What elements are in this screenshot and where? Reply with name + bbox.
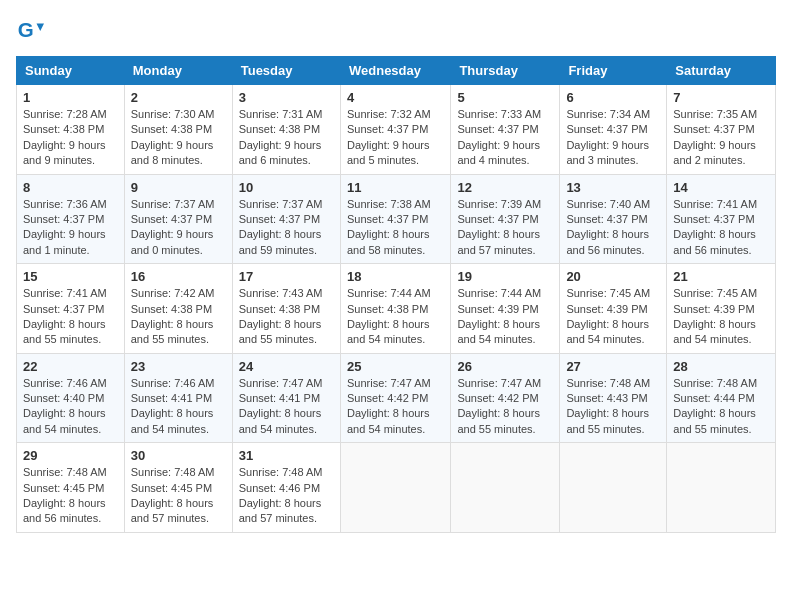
- day-detail: Sunrise: 7:40 AMSunset: 4:37 PMDaylight:…: [566, 197, 660, 259]
- day-detail: Sunrise: 7:33 AMSunset: 4:37 PMDaylight:…: [457, 107, 553, 169]
- calendar-cell: 23 Sunrise: 7:46 AMSunset: 4:41 PMDaylig…: [124, 353, 232, 443]
- day-detail: Sunrise: 7:43 AMSunset: 4:38 PMDaylight:…: [239, 286, 334, 348]
- day-number: 21: [673, 269, 769, 284]
- day-number: 12: [457, 180, 553, 195]
- calendar-cell: 8 Sunrise: 7:36 AMSunset: 4:37 PMDayligh…: [17, 174, 125, 264]
- day-number: 16: [131, 269, 226, 284]
- day-detail: Sunrise: 7:41 AMSunset: 4:37 PMDaylight:…: [23, 286, 118, 348]
- day-detail: Sunrise: 7:37 AMSunset: 4:37 PMDaylight:…: [131, 197, 226, 259]
- day-detail: Sunrise: 7:48 AMSunset: 4:46 PMDaylight:…: [239, 465, 334, 527]
- calendar-header: SundayMondayTuesdayWednesdayThursdayFrid…: [17, 57, 776, 85]
- day-number: 7: [673, 90, 769, 105]
- calendar-cell: 16 Sunrise: 7:42 AMSunset: 4:38 PMDaylig…: [124, 264, 232, 354]
- page-header: G: [16, 16, 776, 44]
- day-detail: Sunrise: 7:45 AMSunset: 4:39 PMDaylight:…: [673, 286, 769, 348]
- calendar-cell: 2 Sunrise: 7:30 AMSunset: 4:38 PMDayligh…: [124, 85, 232, 175]
- day-detail: Sunrise: 7:47 AMSunset: 4:41 PMDaylight:…: [239, 376, 334, 438]
- calendar-cell: 28 Sunrise: 7:48 AMSunset: 4:44 PMDaylig…: [667, 353, 776, 443]
- day-number: 1: [23, 90, 118, 105]
- svg-text:G: G: [18, 18, 34, 41]
- calendar-table: SundayMondayTuesdayWednesdayThursdayFrid…: [16, 56, 776, 533]
- calendar-cell: 9 Sunrise: 7:37 AMSunset: 4:37 PMDayligh…: [124, 174, 232, 264]
- calendar-cell: 31 Sunrise: 7:48 AMSunset: 4:46 PMDaylig…: [232, 443, 340, 533]
- calendar-cell: 27 Sunrise: 7:48 AMSunset: 4:43 PMDaylig…: [560, 353, 667, 443]
- column-header-friday: Friday: [560, 57, 667, 85]
- calendar-cell: 13 Sunrise: 7:40 AMSunset: 4:37 PMDaylig…: [560, 174, 667, 264]
- svg-marker-1: [37, 23, 44, 30]
- day-number: 9: [131, 180, 226, 195]
- calendar-week-1: 1 Sunrise: 7:28 AMSunset: 4:38 PMDayligh…: [17, 85, 776, 175]
- day-detail: Sunrise: 7:42 AMSunset: 4:38 PMDaylight:…: [131, 286, 226, 348]
- calendar-cell: 29 Sunrise: 7:48 AMSunset: 4:45 PMDaylig…: [17, 443, 125, 533]
- day-number: 24: [239, 359, 334, 374]
- calendar-cell: 19 Sunrise: 7:44 AMSunset: 4:39 PMDaylig…: [451, 264, 560, 354]
- day-detail: Sunrise: 7:44 AMSunset: 4:39 PMDaylight:…: [457, 286, 553, 348]
- calendar-cell: 24 Sunrise: 7:47 AMSunset: 4:41 PMDaylig…: [232, 353, 340, 443]
- day-number: 20: [566, 269, 660, 284]
- day-detail: Sunrise: 7:37 AMSunset: 4:37 PMDaylight:…: [239, 197, 334, 259]
- day-detail: Sunrise: 7:34 AMSunset: 4:37 PMDaylight:…: [566, 107, 660, 169]
- day-detail: Sunrise: 7:48 AMSunset: 4:44 PMDaylight:…: [673, 376, 769, 438]
- calendar-cell: 4 Sunrise: 7:32 AMSunset: 4:37 PMDayligh…: [340, 85, 450, 175]
- column-header-saturday: Saturday: [667, 57, 776, 85]
- calendar-cell: 11 Sunrise: 7:38 AMSunset: 4:37 PMDaylig…: [340, 174, 450, 264]
- calendar-cell: [667, 443, 776, 533]
- calendar-week-2: 8 Sunrise: 7:36 AMSunset: 4:37 PMDayligh…: [17, 174, 776, 264]
- day-number: 23: [131, 359, 226, 374]
- day-number: 27: [566, 359, 660, 374]
- column-header-monday: Monday: [124, 57, 232, 85]
- logo: G: [16, 16, 48, 44]
- day-detail: Sunrise: 7:41 AMSunset: 4:37 PMDaylight:…: [673, 197, 769, 259]
- day-number: 28: [673, 359, 769, 374]
- day-number: 2: [131, 90, 226, 105]
- day-detail: Sunrise: 7:46 AMSunset: 4:40 PMDaylight:…: [23, 376, 118, 438]
- day-detail: Sunrise: 7:30 AMSunset: 4:38 PMDaylight:…: [131, 107, 226, 169]
- day-detail: Sunrise: 7:35 AMSunset: 4:37 PMDaylight:…: [673, 107, 769, 169]
- day-number: 8: [23, 180, 118, 195]
- calendar-cell: 26 Sunrise: 7:47 AMSunset: 4:42 PMDaylig…: [451, 353, 560, 443]
- day-detail: Sunrise: 7:48 AMSunset: 4:45 PMDaylight:…: [131, 465, 226, 527]
- calendar-cell: 6 Sunrise: 7:34 AMSunset: 4:37 PMDayligh…: [560, 85, 667, 175]
- column-header-sunday: Sunday: [17, 57, 125, 85]
- day-detail: Sunrise: 7:48 AMSunset: 4:43 PMDaylight:…: [566, 376, 660, 438]
- calendar-cell: 15 Sunrise: 7:41 AMSunset: 4:37 PMDaylig…: [17, 264, 125, 354]
- calendar-cell: 17 Sunrise: 7:43 AMSunset: 4:38 PMDaylig…: [232, 264, 340, 354]
- day-number: 25: [347, 359, 444, 374]
- column-header-tuesday: Tuesday: [232, 57, 340, 85]
- calendar-cell: 10 Sunrise: 7:37 AMSunset: 4:37 PMDaylig…: [232, 174, 340, 264]
- calendar-cell: [451, 443, 560, 533]
- calendar-week-4: 22 Sunrise: 7:46 AMSunset: 4:40 PMDaylig…: [17, 353, 776, 443]
- calendar-week-3: 15 Sunrise: 7:41 AMSunset: 4:37 PMDaylig…: [17, 264, 776, 354]
- day-number: 22: [23, 359, 118, 374]
- day-number: 5: [457, 90, 553, 105]
- logo-icon: G: [16, 16, 44, 44]
- day-detail: Sunrise: 7:36 AMSunset: 4:37 PMDaylight:…: [23, 197, 118, 259]
- day-number: 19: [457, 269, 553, 284]
- day-detail: Sunrise: 7:31 AMSunset: 4:38 PMDaylight:…: [239, 107, 334, 169]
- day-detail: Sunrise: 7:47 AMSunset: 4:42 PMDaylight:…: [347, 376, 444, 438]
- day-number: 13: [566, 180, 660, 195]
- calendar-cell: 25 Sunrise: 7:47 AMSunset: 4:42 PMDaylig…: [340, 353, 450, 443]
- calendar-cell: 22 Sunrise: 7:46 AMSunset: 4:40 PMDaylig…: [17, 353, 125, 443]
- day-number: 15: [23, 269, 118, 284]
- day-detail: Sunrise: 7:38 AMSunset: 4:37 PMDaylight:…: [347, 197, 444, 259]
- day-number: 17: [239, 269, 334, 284]
- day-detail: Sunrise: 7:45 AMSunset: 4:39 PMDaylight:…: [566, 286, 660, 348]
- calendar-cell: 5 Sunrise: 7:33 AMSunset: 4:37 PMDayligh…: [451, 85, 560, 175]
- day-number: 14: [673, 180, 769, 195]
- calendar-cell: 21 Sunrise: 7:45 AMSunset: 4:39 PMDaylig…: [667, 264, 776, 354]
- day-number: 31: [239, 448, 334, 463]
- column-header-wednesday: Wednesday: [340, 57, 450, 85]
- calendar-cell: 3 Sunrise: 7:31 AMSunset: 4:38 PMDayligh…: [232, 85, 340, 175]
- day-number: 10: [239, 180, 334, 195]
- day-number: 30: [131, 448, 226, 463]
- column-header-thursday: Thursday: [451, 57, 560, 85]
- calendar-cell: 12 Sunrise: 7:39 AMSunset: 4:37 PMDaylig…: [451, 174, 560, 264]
- day-number: 6: [566, 90, 660, 105]
- day-number: 29: [23, 448, 118, 463]
- day-detail: Sunrise: 7:32 AMSunset: 4:37 PMDaylight:…: [347, 107, 444, 169]
- calendar-week-5: 29 Sunrise: 7:48 AMSunset: 4:45 PMDaylig…: [17, 443, 776, 533]
- calendar-cell: 1 Sunrise: 7:28 AMSunset: 4:38 PMDayligh…: [17, 85, 125, 175]
- day-detail: Sunrise: 7:47 AMSunset: 4:42 PMDaylight:…: [457, 376, 553, 438]
- calendar-body: 1 Sunrise: 7:28 AMSunset: 4:38 PMDayligh…: [17, 85, 776, 533]
